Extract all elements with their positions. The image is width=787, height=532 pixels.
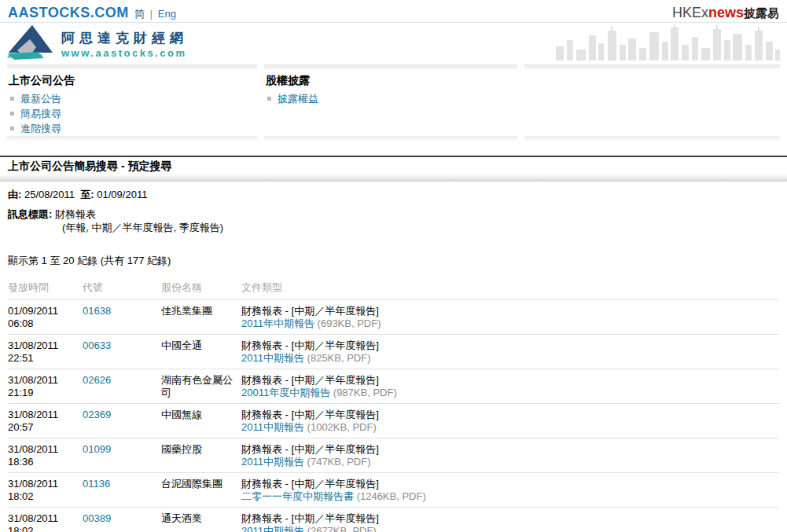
skyline-image — [553, 24, 781, 61]
document-type-text: 財務報表 - [中期／半年度報告] — [241, 409, 779, 421]
from-label: 由: — [8, 189, 21, 200]
to-label: 至: — [80, 189, 94, 200]
stock-code-link[interactable]: 01136 — [83, 478, 110, 490]
report-link[interactable]: 2011中期報告 — [241, 421, 304, 433]
hkex-prefix-text: HKEx — [672, 5, 708, 20]
aastocks-hkexnews-page: AASTOCKS.COM 简 | Eng HKExnews披露易 AASTOCK… — [0, 0, 787, 532]
table-row: 01/09/201106:08 01638 佳兆業集團 財務報表 - [中期／半… — [8, 300, 779, 335]
from-date-value: 25/08/2011 — [24, 189, 75, 200]
bullet-square-icon — [267, 97, 271, 101]
nav-item-simple-search[interactable]: 簡易搜尋 — [10, 106, 257, 121]
to-date-value: 01/09/2011 — [97, 189, 147, 200]
report-link[interactable]: 二零一一年度中期報告書 — [241, 490, 354, 502]
aastocks-brand-link[interactable]: AASTOCKS.COM — [8, 5, 129, 21]
nav-column-disclosure: 股權披露 披露權益 — [264, 64, 517, 141]
stock-code-link[interactable]: 02626 — [83, 374, 111, 386]
divider — [524, 136, 780, 141]
row-datetime: 31/08/201120:57 — [8, 409, 83, 434]
col-header-stock-name: 股份名稱 — [161, 281, 241, 295]
file-size: (987KB, PDF) — [333, 387, 397, 398]
headline-category-label: 訊息標題: — [8, 208, 52, 220]
document-type-text: 財務報表 - [中期／半年度報告] — [241, 374, 779, 387]
report-link[interactable]: 2011年中期報告 — [241, 317, 314, 329]
nav-link-disclosure-interests[interactable]: 披露權益 — [278, 91, 318, 106]
report-link[interactable]: 2011中期報告 — [241, 525, 304, 532]
row-datetime: 31/08/201118:02 — [8, 478, 83, 503]
table-row: 31/08/201118:02 00389 通天酒業 財務報表 - [中期／半年… — [8, 508, 779, 532]
table-row: 31/08/201120:57 02369 中國無線 財務報表 - [中期／半年… — [8, 404, 779, 438]
report-link[interactable]: 2011中期報告 — [241, 352, 304, 364]
aastocks-caption-text: AASTOCKS — [7, 53, 42, 60]
aastocks-logo[interactable]: AASTOCKS 阿思達克財經網 www.aastocks.com — [6, 24, 188, 61]
document-type-text: 財務報表 - [中期／半年度報告] — [241, 305, 779, 317]
stock-code-link[interactable]: 00633 — [83, 339, 111, 351]
hkex-chinese-text: 披露易 — [744, 6, 779, 20]
stock-name: 佳兆業集團 — [161, 305, 241, 317]
file-size: (1002KB, PDF) — [307, 421, 377, 433]
file-size: (825KB, PDF) — [307, 352, 371, 364]
document-type-text: 財務報表 - [中期／半年度報告] — [241, 339, 779, 352]
search-criteria: 由: 25/08/2011 至: 01/09/2011 訊息標題: 財務報表 (… — [0, 182, 787, 234]
lang-separator: | — [150, 9, 153, 20]
divider — [524, 64, 780, 69]
document-type-text: 財務報表 - [中期／半年度報告] — [241, 512, 779, 525]
nav-link-simple-search[interactable]: 簡易搜尋 — [20, 106, 61, 121]
headline-category-note: (年報, 中期／半年度報告, 季度報告) — [8, 221, 779, 234]
lang-english-link[interactable]: Eng — [158, 8, 176, 20]
table-row: 31/08/201121:19 02626 湖南有色金屬公司 財務報表 - [中… — [8, 369, 779, 404]
table-row: 31/08/201118:36 01099 國藥控股 財務報表 - [中期／半年… — [8, 438, 779, 473]
file-size: (1246KB, PDF) — [357, 490, 426, 502]
stock-name: 湖南有色金屬公司 — [161, 374, 241, 399]
stock-name: 中國全通 — [161, 339, 241, 352]
table-row: 31/08/201122:51 00633 中國全通 財務報表 - [中期／半年… — [8, 335, 779, 369]
banner: AASTOCKS 阿思達克財經網 www.aastocks.com — [0, 23, 787, 61]
document-type-text: 財務報表 - [中期／半年度報告] — [241, 478, 779, 490]
file-size: (747KB, PDF) — [307, 456, 371, 468]
report-link[interactable]: 20011年度中期報告 — [241, 387, 330, 398]
nav-item-latest-announcements[interactable]: 最新公告 — [10, 91, 257, 106]
results-table: 發放時間 代號 股份名稱 文件類型 01/09/201106:08 01638 … — [8, 273, 779, 532]
stock-name: 中國無線 — [161, 409, 241, 421]
table-row: 31/08/201118:02 01136 台泥國際集團 財務報表 - [中期／… — [8, 473, 779, 508]
stock-code-link[interactable]: 01638 — [83, 305, 111, 317]
report-link[interactable]: 2011中期報告 — [241, 456, 304, 468]
headline-category-value: 財務報表 — [55, 208, 96, 220]
row-datetime: 31/08/201118:02 — [8, 512, 83, 532]
nav-link-advanced-search[interactable]: 進階搜尋 — [20, 121, 61, 136]
stock-code-link[interactable]: 01099 — [83, 443, 111, 455]
stock-code-link[interactable]: 00389 — [83, 512, 111, 524]
aastocks-triangle-icon: AASTOCKS — [6, 24, 55, 61]
nav-link-latest-announcements[interactable]: 最新公告 — [20, 91, 61, 106]
nav-column-empty — [524, 64, 780, 141]
section-title-bar: 上市公司公告簡易搜尋 - 預定搜尋 — [0, 156, 787, 182]
col-header-code: 代號 — [83, 281, 161, 295]
nav-heading: 上市公司公告 — [7, 69, 257, 91]
nav-item-disclosure-interests[interactable]: 披露權益 — [267, 91, 517, 106]
nav-heading: 股權披露 — [264, 69, 517, 91]
row-datetime: 01/09/201106:08 — [8, 305, 83, 330]
divider — [7, 136, 257, 141]
file-size: (2677KB, PDF) — [307, 525, 377, 532]
top-bar: AASTOCKS.COM 简 | Eng HKExnews披露易 — [0, 0, 787, 23]
stock-name: 通天酒業 — [161, 512, 241, 525]
lang-simplified-link[interactable]: 简 — [134, 7, 145, 21]
logo-url-text: www.aastocks.com — [61, 46, 188, 61]
file-size: (693KB, PDF) — [318, 317, 381, 329]
table-header-row: 發放時間 代號 股份名稱 文件類型 — [8, 273, 779, 300]
row-datetime: 31/08/201121:19 — [8, 374, 83, 399]
stock-name: 台泥國際集團 — [161, 478, 241, 490]
hkexnews-logo[interactable]: HKExnews披露易 — [672, 5, 779, 21]
bullet-square-icon — [10, 112, 14, 116]
bullet-square-icon — [10, 97, 14, 101]
divider — [264, 136, 517, 141]
nav-item-advanced-search[interactable]: 進階搜尋 — [10, 121, 257, 136]
col-header-document-type: 文件類型 — [241, 281, 779, 295]
row-datetime: 31/08/201118:36 — [8, 443, 83, 468]
divider — [0, 174, 787, 182]
logo-chinese-name: 阿思達克財經網 — [61, 31, 188, 46]
bullet-square-icon — [10, 127, 14, 130]
stock-code-link[interactable]: 02369 — [83, 409, 111, 420]
hkex-news-text: news — [708, 5, 744, 20]
col-header-release-time: 發放時間 — [8, 281, 83, 295]
nav-section: 上市公司公告 最新公告 簡易搜尋 進階搜尋 股權披露 披露權益 — [0, 64, 787, 141]
